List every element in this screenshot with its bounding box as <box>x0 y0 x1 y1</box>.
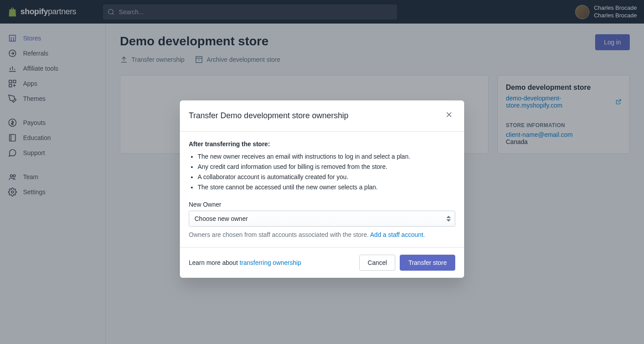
modal-overlay[interactable]: Transfer Demo development store ownershi… <box>0 0 644 344</box>
modal-intro: After transferring the store: <box>189 140 455 148</box>
close-icon <box>445 110 453 119</box>
learn-more-text: Learn more about transferring ownership <box>189 259 301 266</box>
transfer-store-button[interactable]: Transfer store <box>400 255 455 271</box>
learn-more-link[interactable]: transferring ownership <box>239 259 301 266</box>
modal-bullet: A collaborator account is automatically … <box>198 172 455 182</box>
modal-bullet-list: The new owner receives an email with ins… <box>189 152 455 192</box>
close-button[interactable] <box>443 108 455 123</box>
cancel-button[interactable]: Cancel <box>359 255 396 271</box>
add-staff-link[interactable]: Add a staff account <box>370 231 423 238</box>
transfer-modal: Transfer Demo development store ownershi… <box>180 100 464 278</box>
modal-bullet: Any credit card information used for bil… <box>198 162 455 172</box>
modal-bullet: The store cannot be accessed until the n… <box>198 183 455 192</box>
new-owner-select[interactable]: Choose new owner <box>189 211 455 227</box>
owner-help-text: Owners are chosen from staff accounts as… <box>189 231 455 238</box>
modal-title: Transfer Demo development store ownershi… <box>189 111 349 120</box>
modal-bullet: The new owner receives an email with ins… <box>198 152 455 161</box>
owner-field-label: New Owner <box>189 201 455 208</box>
